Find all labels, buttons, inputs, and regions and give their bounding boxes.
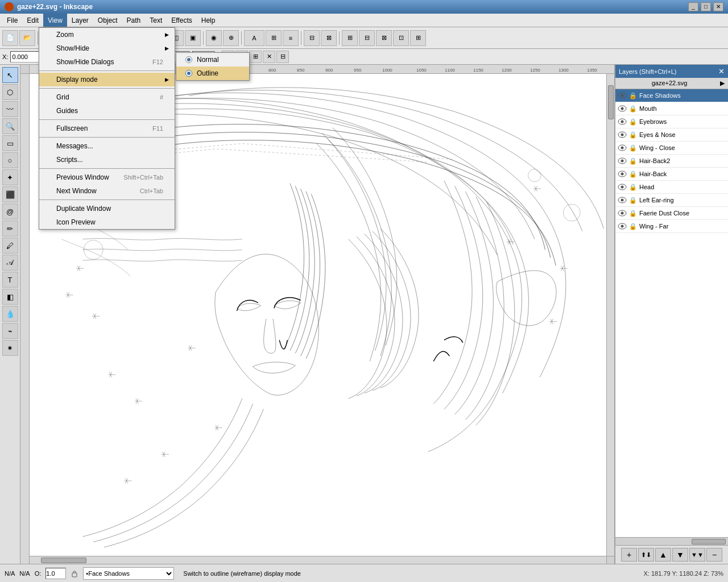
layer-visibility-wing-close[interactable] [618,143,627,152]
menu-item-grid[interactable]: Grid # [39,90,175,104]
add-layer-button[interactable]: + [621,548,637,562]
star-tool[interactable]: ✦ [2,169,18,185]
grid-view-button[interactable]: ⊟ [276,51,289,63]
layer-visibility-left-earring[interactable] [618,196,627,205]
circle-tool[interactable]: ○ [2,152,18,168]
callig-tool[interactable]: 𝒜 [2,255,18,271]
menu-text[interactable]: Text [145,14,167,27]
minimize-button[interactable]: _ [688,2,698,11]
grid-snap-button-2[interactable]: ⊟ [359,30,375,46]
layer-lock-mouth[interactable]: 🔒 [628,104,638,113]
layer-wing-far[interactable]: 🔒 Wing - Far [615,220,728,233]
layer-face-shadows[interactable]: 🔒 Face Shadows [615,89,728,102]
dm-normal[interactable]: Normal [176,53,249,66]
dm-outline[interactable]: Outline [176,66,249,80]
spiral-tool[interactable]: @ [2,203,18,219]
layer-faerie-dust-close[interactable]: 🔒 Faerie Dust Close [615,207,728,220]
menu-edit[interactable]: Edit [22,14,43,27]
connector-tool[interactable]: ⌁ [2,323,18,339]
text-tool-button[interactable]: A [244,30,264,46]
layer-visibility-wing-far[interactable] [618,222,627,231]
extra-btn-1[interactable]: ⊟ [304,30,320,46]
layer-visibility-eyes-nose[interactable] [618,130,627,139]
transform-button[interactable]: ⊞ [266,30,282,46]
selector-tool[interactable]: ↖ [2,67,18,83]
layer-hair-back2[interactable]: 🔒 Hair-Back2 [615,155,728,168]
layer-wing-close[interactable]: 🔒 Wing - Close [615,142,728,155]
grid-snap-button-5[interactable]: ⊞ [410,30,426,46]
window-controls[interactable]: _ □ ✕ [688,2,723,11]
layers-close-button[interactable]: ✕ [718,67,725,76]
menu-item-show-hide-dialogs[interactable]: Show/Hide Dialogs F12 [39,55,175,69]
lower-layer-bottom-button[interactable]: ▼▼ [689,548,705,562]
extra-btn-2[interactable]: ⊠ [321,30,337,46]
layers-scroll-thumb[interactable] [692,539,726,544]
zoom-tool[interactable]: 🔍 [2,118,18,134]
menu-help[interactable]: Help [197,14,220,27]
menu-item-previous-window[interactable]: Previous Window Shift+Ctrl+Tab [39,171,175,184]
gradient-tool[interactable]: ◧ [2,289,18,305]
menu-effects[interactable]: Effects [167,14,196,27]
menu-item-icon-preview[interactable]: Icon Preview [39,215,175,229]
menu-object[interactable]: Object [93,14,122,27]
layer-eyebrows[interactable]: 🔒 Eyebrows [615,115,728,128]
grid-snap-button-4[interactable]: ⊡ [393,30,409,46]
layer-to-selection-button[interactable]: ⬆⬇ [638,548,654,562]
layer-lock-eyes-nose[interactable]: 🔒 [628,130,638,139]
layer-visibility-head[interactable] [618,182,627,192]
layer-visibility-eyebrows[interactable] [618,117,627,126]
dropper-tool[interactable]: 💧 [2,306,18,322]
layer-head[interactable]: 🔒 Head [615,181,728,194]
layer-selector-wrap[interactable]: •Face Shadows Mouth Eyebrows [83,567,174,580]
pencil-tool[interactable]: ✏ [2,221,18,236]
menu-item-scripts[interactable]: Scripts... [39,153,175,167]
layer-visibility-face-shadows[interactable] [618,91,627,100]
pen-tool[interactable]: 🖊 [2,238,18,253]
layer-left-earring[interactable]: 🔒 Left Ear-ring [615,194,728,207]
text-tool[interactable]: T [2,272,18,288]
transform-x-button[interactable]: ✕ [263,51,275,63]
page-button-5[interactable]: ▣ [185,30,201,46]
layers-scroll-arrow[interactable]: ▶ [720,80,725,87]
snap-button-1[interactable]: ◉ [206,30,222,46]
menu-path[interactable]: Path [122,14,146,27]
spray-tool[interactable]: ⁕ [2,340,18,356]
opacity-input[interactable] [46,568,66,579]
layer-hair-back[interactable]: 🔒 Hair-Back [615,168,728,181]
layers-horizontal-scrollbar[interactable] [615,537,728,545]
menu-view[interactable]: View [43,14,67,27]
layer-lock-eyebrows[interactable]: 🔒 [628,117,638,126]
menu-item-zoom[interactable]: Zoom [39,28,175,41]
snap-button-2[interactable]: ⊕ [223,30,239,46]
layer-visibility-faerie-dust-close[interactable] [618,209,627,218]
layer-visibility-hair-back2[interactable] [618,156,627,165]
layer-lock-hair-back2[interactable]: 🔒 [628,156,638,165]
layer-eyes-nose[interactable]: 🔒 Eyes & Nose [615,128,728,142]
3dbox-tool[interactable]: ⬛ [2,186,18,202]
menu-layer[interactable]: Layer [67,14,93,27]
menu-item-fullscreen[interactable]: Fullscreen F11 [39,122,175,135]
rect-tool[interactable]: ▭ [2,135,18,151]
layer-visibility-mouth[interactable] [618,104,627,113]
menu-item-display-mode[interactable]: Display mode [39,73,175,86]
vertical-scroll-thumb[interactable] [608,85,614,119]
horizontal-scrollbar[interactable] [30,556,606,564]
lower-layer-button[interactable]: ▼ [672,548,688,562]
grid-snap-button-3[interactable]: ⊠ [376,30,392,46]
vertical-scrollbar[interactable] [606,74,614,556]
layer-lock-head[interactable]: 🔒 [628,182,638,192]
maximize-button[interactable]: □ [701,2,711,11]
menu-item-show-hide[interactable]: Show/Hide [39,41,175,55]
open-button[interactable]: 📂 [19,30,35,46]
layer-lock-left-earring[interactable]: 🔒 [628,196,638,205]
menu-item-next-window[interactable]: Next Window Ctrl+Tab [39,184,175,198]
menu-file[interactable]: File [2,14,22,27]
layer-visibility-hair-back[interactable] [618,169,627,178]
grid-snap-button-1[interactable]: ⊞ [342,30,358,46]
delete-layer-button[interactable]: − [706,548,722,562]
node-tool[interactable]: ⬡ [2,84,18,100]
layer-lock-hair-back[interactable]: 🔒 [628,169,638,178]
layer-lock-face-shadows[interactable]: 🔒 [628,91,638,100]
menu-item-duplicate-window[interactable]: Duplicate Window [39,202,175,215]
layer-lock-faerie-dust-close[interactable]: 🔒 [628,209,638,218]
